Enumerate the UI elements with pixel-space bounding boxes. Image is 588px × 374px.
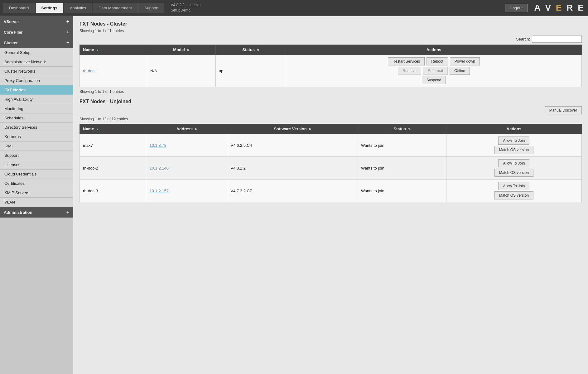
sidebar-item-directory-services[interactable]: Directory Services	[0, 123, 73, 132]
cluster-actions-row-3: Suspend	[422, 76, 446, 84]
sidebar-section-core-filer[interactable]: Core Filer +	[0, 27, 73, 37]
allow-to-join-button-1[interactable]: Allow To Join	[498, 159, 529, 167]
match-os-button-1[interactable]: Match OS version	[494, 169, 533, 177]
cluster-col-status: Status ⇅	[215, 45, 286, 55]
tab-settings[interactable]: Settings	[36, 3, 63, 13]
sidebar-item-cloud-credentials[interactable]: Cloud Credentials	[0, 170, 73, 179]
unjoined-row-status-2: Wants to join	[358, 180, 446, 202]
reboot-button[interactable]: Reboot	[427, 57, 448, 65]
tab-support[interactable]: Support	[138, 3, 165, 13]
unjoined-showing: Showing 1 to 12 of 12 entries	[80, 117, 582, 121]
sidebar-item-licenses[interactable]: Licenses	[0, 160, 73, 170]
suspend-button[interactable]: Suspend	[422, 76, 446, 84]
power-down-button[interactable]: Power down	[450, 57, 480, 65]
avere-logo: A V E R E	[534, 3, 585, 13]
sidebar-item-administrative-network[interactable]: Administrative Network	[0, 57, 73, 67]
sidebar-item-certificates[interactable]: Certificates	[0, 179, 73, 188]
unjoined-col-name: Name ▲	[80, 124, 146, 134]
unjoined-row-actions-2: Allow To Join Match OS version	[446, 180, 581, 202]
sidebar-item-fxt-nodes[interactable]: FXT Nodes	[0, 85, 73, 95]
top-nav: Dashboard Settings Analytics Data Manage…	[0, 0, 588, 16]
main-layout: VServer + Core Filer + Cluster − General…	[0, 16, 588, 374]
allow-to-join-button-2[interactable]: Allow To Join	[498, 182, 529, 190]
unjoined-address-link-2[interactable]: 10.1.2.157	[149, 189, 168, 193]
offline-button[interactable]: Offline	[450, 67, 470, 75]
unjoined-row-name-1: rh-doc-2	[80, 157, 146, 180]
cluster-row-actions: Restart Services Reboot Power down Remov…	[286, 55, 581, 87]
sidebar-section-cluster[interactable]: Cluster −	[0, 37, 73, 48]
sidebar-item-support[interactable]: Support	[0, 151, 73, 160]
cluster-actions-row-2: Remove Reformat Offline	[398, 67, 470, 75]
core-filer-label: Core Filer	[4, 30, 23, 35]
cluster-table: Name ▲ Model ⇅ Status ⇅ Actions	[80, 45, 582, 87]
version-info: V4.8.2.2 --- admin SetupDemo	[171, 2, 200, 13]
tab-analytics[interactable]: Analytics	[64, 3, 92, 13]
sidebar-item-monitoring[interactable]: Monitoring	[0, 104, 73, 113]
version-text: V4.8.2.2 --- admin	[171, 2, 200, 8]
cluster-section: FXT Nodes - Cluster Showing 1 to 1 of 1 …	[80, 21, 582, 94]
unjoined-address-link-0[interactable]: 10.1.3.78	[149, 143, 166, 148]
unjoined-col-status: Status ⇅	[358, 124, 446, 134]
cluster-search-input[interactable]	[532, 36, 582, 43]
cluster-col-name: Name ▲	[80, 45, 147, 55]
unjoined-row-software-1: V4.8.1.2	[227, 157, 358, 180]
cluster-collapse-icon: −	[66, 40, 69, 46]
tab-data-management[interactable]: Data Management	[93, 3, 138, 13]
remove-button[interactable]: Remove	[398, 67, 421, 75]
cluster-row-model: N/A	[147, 55, 216, 87]
unjoined-col-actions: Actions	[446, 124, 581, 134]
instance-text: SetupDemo	[171, 8, 200, 13]
restart-services-button[interactable]: Restart Services	[388, 57, 425, 65]
unjoined-row-address-0: 10.1.3.78	[146, 134, 227, 157]
unjoined-row-status-1: Wants to join	[358, 157, 446, 180]
reformat-button[interactable]: Reformat	[423, 67, 448, 75]
sidebar-item-high-availability[interactable]: High Availability	[0, 95, 73, 104]
tab-dashboard[interactable]: Dashboard	[3, 3, 35, 13]
unjoined-table-row: rh-doc-2 10.1.2.140 V4.8.1.2 Wants to jo…	[80, 157, 582, 180]
unjoined-actions-2: Allow To Join Match OS version	[450, 182, 578, 199]
unjoined-address-link-1[interactable]: 10.1.2.140	[149, 166, 168, 170]
allow-to-join-button-0[interactable]: Allow To Join	[498, 137, 529, 145]
sidebar-item-ipmi[interactable]: IPMI	[0, 141, 73, 151]
unjoined-table-row: max7 10.1.3.78 V4.6.2.5.C4 Wants to join…	[80, 134, 582, 157]
unjoined-table-row: rh-doc-3 10.1.2.157 V4.7.3.2.C7 Wants to…	[80, 180, 582, 202]
match-os-button-2[interactable]: Match OS version	[494, 191, 533, 199]
administration-label: Administration	[4, 210, 32, 215]
unjoined-col-address: Address ⇅	[146, 124, 227, 134]
logout-button[interactable]: Logout	[505, 4, 528, 12]
unjoined-row-name-2: rh-doc-3	[80, 180, 146, 202]
unjoined-section-title: FXT Nodes - Unjoined	[80, 99, 582, 104]
unjoined-row-address-1: 10.1.2.140	[146, 157, 227, 180]
unjoined-col-software: Software Version ⇅	[227, 124, 358, 134]
sidebar-item-cluster-networks[interactable]: Cluster Networks	[0, 67, 73, 76]
vserver-label: VServer	[4, 19, 19, 24]
cluster-node-link[interactable]: rh-doc-1	[83, 69, 98, 73]
cluster-search-row: Search:	[80, 36, 582, 43]
unjoined-table: Name ▲ Address ⇅ Software Version ⇅ St	[80, 124, 582, 202]
unjoined-row-actions-0: Allow To Join Match OS version	[446, 134, 581, 157]
sidebar-item-kmip-servers[interactable]: KMIP Servers	[0, 188, 73, 198]
cluster-row-name: rh-doc-1	[80, 55, 147, 87]
unjoined-actions-0: Allow To Join Match OS version	[450, 137, 578, 154]
sidebar-item-vlan[interactable]: VLAN	[0, 198, 73, 207]
unjoined-row-software-0: V4.6.2.5.C4	[227, 134, 358, 157]
cluster-col-actions: Actions	[286, 45, 581, 55]
cluster-actions-row-1: Restart Services Reboot Power down	[388, 57, 480, 65]
sidebar-section-vserver[interactable]: VServer +	[0, 16, 73, 27]
content-area: FXT Nodes - Cluster Showing 1 to 1 of 1 …	[73, 16, 588, 374]
cluster-showing-top: Showing 1 to 1 of 1 entries	[80, 29, 582, 33]
unjoined-row-actions-1: Allow To Join Match OS version	[446, 157, 581, 180]
cluster-col-model: Model ⇅	[147, 45, 216, 55]
cluster-section-title: FXT Nodes - Cluster	[80, 21, 582, 27]
sidebar-item-schedules[interactable]: Schedules	[0, 113, 73, 123]
sidebar: VServer + Core Filer + Cluster − General…	[0, 16, 73, 374]
manual-discover-button[interactable]: Manual Discover	[545, 106, 582, 114]
sidebar-item-kerberos[interactable]: Kerberos	[0, 132, 73, 141]
sidebar-section-administration[interactable]: Administration +	[0, 207, 73, 218]
sidebar-item-proxy-configuration[interactable]: Proxy Configuration	[0, 76, 73, 85]
unjoined-row-software-2: V4.7.3.2.C7	[227, 180, 358, 202]
nav-tabs: Dashboard Settings Analytics Data Manage…	[3, 3, 164, 13]
sidebar-item-general-setup[interactable]: General Setup	[0, 48, 73, 57]
unjoined-row-status-0: Wants to join	[358, 134, 446, 157]
match-os-button-0[interactable]: Match OS version	[494, 146, 533, 154]
